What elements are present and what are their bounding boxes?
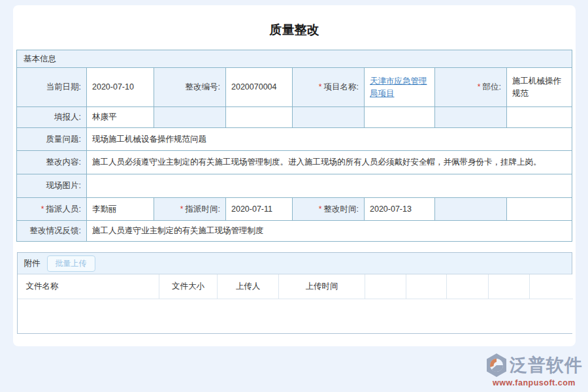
table-row: 当前日期: 2020-07-10 整改编号: 2020070004 *项目名称:… [17, 68, 572, 107]
empty-column [365, 274, 406, 299]
value-assign-time: 2020-07-11 [226, 198, 293, 221]
batch-upload-button[interactable]: 批量上传 [47, 255, 95, 272]
table-row: 现场图片: [17, 174, 572, 198]
attachment-section: 附件 批量上传 文件名称 文件大小 上传人 上传时间 [17, 252, 572, 334]
value-filler: 林康平 [87, 107, 154, 128]
col-file-name: 文件名称 [18, 274, 159, 299]
empty-column [530, 274, 573, 299]
value-rectify-content: 施工人员必须遵守业主制定的有关施工现场管理制度。进入施工现场的所有人员必须戴好安… [87, 151, 572, 174]
label-assignee: *指派人员: [17, 198, 87, 221]
form-panel: 质量整改 基本信息 当前日期: 2020-07-10 整改编号: 2020070… [13, 5, 576, 346]
table-row: 整改情况反馈: 施工人员遵守业主制定的有关施工现场管理制度 [17, 221, 572, 242]
value-assignee: 李勤丽 [87, 198, 154, 221]
section-header-row: 基本信息 [17, 50, 572, 68]
label-rectify-time: *整改时间: [293, 198, 365, 221]
brand-name: 泛普软件 [510, 357, 583, 374]
value-feedback: 施工人员遵守业主制定的有关施工现场管理制度 [87, 221, 572, 242]
fanpu-logo: 泛普软件 www.fanpusoft.com [485, 353, 583, 387]
required-asterisk: * [319, 82, 322, 91]
col-uploader: 上传人 [218, 274, 279, 299]
table-row: 质量问题: 现场施工机械设备操作规范问题 [17, 128, 572, 151]
value-rectify-time: 2020-07-13 [365, 198, 435, 221]
empty-column [489, 274, 530, 299]
attachment-table: 文件名称 文件大小 上传人 上传时间 [18, 274, 573, 333]
empty-cell [507, 107, 572, 128]
label-site-photo: 现场图片: [17, 174, 87, 198]
label-rectify-no: 整改编号: [154, 68, 226, 107]
project-link[interactable]: 天津市应急管理局项目 [370, 76, 427, 97]
attachment-title: 附件 [24, 258, 41, 269]
empty-column [406, 274, 447, 299]
brand-url: www.fanpusoft.com [485, 378, 583, 387]
empty-cell [365, 107, 435, 128]
value-current-date: 2020-07-10 [87, 68, 154, 107]
label-project-name: *项目名称: [293, 68, 365, 107]
label-location: *部位: [435, 68, 507, 107]
col-upload-time: 上传时间 [279, 274, 365, 299]
empty-cell [507, 198, 572, 221]
empty-cell [293, 107, 365, 128]
label-current-date: 当前日期: [17, 68, 87, 107]
value-rectify-no: 2020070004 [226, 68, 293, 107]
table-row: *指派人员: 李勤丽 *指派时间: 2020-07-11 *整改时间: 2020… [17, 198, 572, 221]
empty-cell [435, 198, 507, 221]
value-site-photo [87, 174, 572, 198]
attachment-header: 附件 批量上传 [18, 253, 572, 274]
label-filler: 填报人: [17, 107, 87, 128]
required-asterisk: * [41, 204, 44, 214]
fanpu-logo-icon [485, 353, 508, 378]
required-asterisk: * [180, 204, 184, 214]
label-assign-time: *指派时间: [154, 198, 226, 221]
value-quality-issue: 现场施工机械设备操作规范问题 [87, 128, 572, 151]
col-file-size: 文件大小 [159, 274, 218, 299]
label-feedback: 整改情况反馈: [17, 221, 87, 242]
value-project-name: 天津市应急管理局项目 [365, 68, 435, 107]
table-row: 填报人: 林康平 [17, 107, 572, 128]
basic-info-table: 基本信息 当前日期: 2020-07-10 整改编号: 2020070004 *… [16, 50, 572, 242]
empty-cell [154, 107, 226, 128]
value-location: 施工机械操作规范 [507, 68, 572, 107]
table-row: 整改内容: 施工人员必须遵守业主制定的有关施工现场管理制度。进入施工现场的所有人… [17, 151, 572, 174]
empty-cell [226, 107, 293, 128]
page-title: 质量整改 [13, 5, 576, 39]
attachment-empty-row [18, 299, 573, 333]
label-quality-issue: 质量问题: [17, 128, 87, 151]
section-header-basic-info: 基本信息 [17, 50, 572, 68]
attachment-header-row: 文件名称 文件大小 上传人 上传时间 [18, 274, 573, 299]
empty-cell [435, 107, 507, 128]
required-asterisk: * [319, 204, 322, 214]
label-rectify-content: 整改内容: [17, 151, 87, 174]
required-asterisk: * [478, 82, 481, 91]
empty-cell [18, 299, 573, 333]
empty-column [447, 274, 489, 299]
